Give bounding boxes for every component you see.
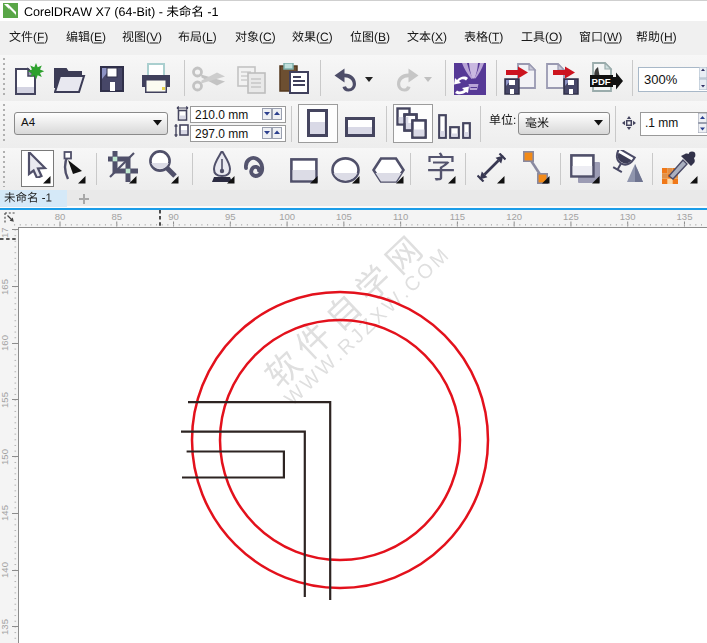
- svg-text:PDF: PDF: [592, 76, 611, 87]
